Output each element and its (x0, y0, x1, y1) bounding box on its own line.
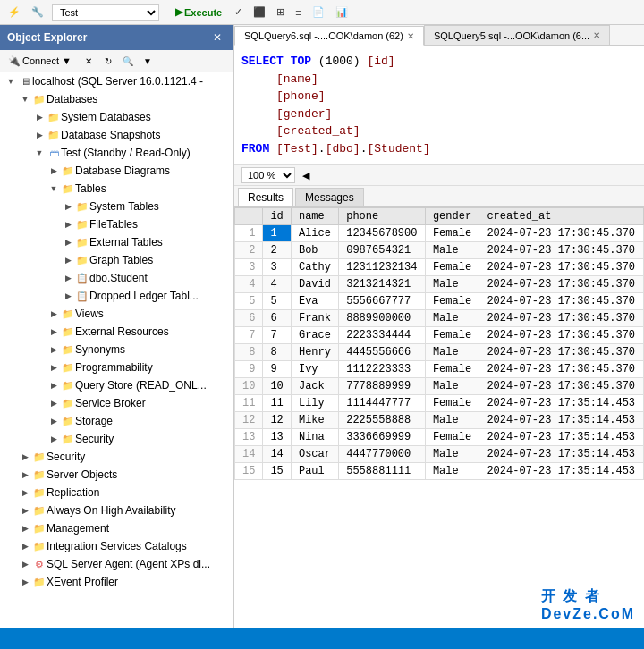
filter-btn[interactable]: 🔍 (119, 52, 137, 70)
expander-security[interactable]: ▶ (18, 450, 32, 464)
tree-item-views[interactable]: ▶📁Views (0, 305, 233, 323)
expander-security-db[interactable]: ▶ (47, 432, 61, 446)
tree-item-programmability[interactable]: ▶📁Programmability (0, 358, 233, 376)
zoom-selector[interactable]: 100 % (242, 167, 295, 183)
expander-xevent-profiler[interactable]: ▶ (18, 575, 32, 589)
expander-programmability[interactable]: ▶ (47, 360, 61, 375)
tree-item-file-tables[interactable]: ▶📁FileTables (0, 215, 233, 233)
table-row[interactable]: 55Eva5556667777Female2024-07-23 17:30:45… (235, 293, 644, 310)
expander-sql-agent[interactable]: ▶ (18, 557, 32, 571)
expander-file-tables[interactable]: ▶ (61, 217, 75, 232)
expander-dbo-student[interactable]: ▶ (61, 271, 75, 285)
tree-item-tables[interactable]: ▼📁Tables (0, 180, 233, 198)
sql-editor[interactable]: SELECT TOP (1000) [id] [name] [phone] [g… (234, 46, 644, 165)
tree-item-security[interactable]: ▶📁Security (0, 448, 233, 466)
table-row[interactable]: 1414Oscar4447770000Male2024-07-23 17:35:… (235, 446, 644, 463)
table-row[interactable]: 1313Nina3336669999Female2024-07-23 17:35… (235, 429, 644, 446)
expander-query-store[interactable]: ▶ (47, 378, 61, 392)
tree-item-service-broker[interactable]: ▶📁Service Broker (0, 394, 233, 412)
tree-item-integration-services[interactable]: ▶📁Integration Services Catalogs (0, 537, 233, 555)
tree-item-db-diagrams[interactable]: ▶📁Database Diagrams (0, 162, 233, 180)
tree-item-management[interactable]: ▶📁Management (0, 519, 233, 537)
expander-graph-tables[interactable]: ▶ (61, 253, 75, 267)
tree-item-external-tables[interactable]: ▶📁External Tables (0, 233, 233, 251)
expander-replication[interactable]: ▶ (18, 485, 32, 500)
tree-item-query-store[interactable]: ▶📁Query Store (READ_ONL... (0, 376, 233, 394)
expander-databases[interactable]: ▼ (18, 92, 32, 106)
expander-management[interactable]: ▶ (18, 521, 32, 535)
tab-tab1[interactable]: SQLQuery6.sql -....OOK\damon (62)✕ (234, 26, 424, 46)
expander-server[interactable]: ▼ (4, 74, 18, 88)
expander-db-diagrams[interactable]: ▶ (47, 164, 61, 178)
expander-server-objects[interactable]: ▶ (18, 468, 32, 482)
tree-item-sql-agent[interactable]: ▶⚙SQL Server Agent (Agent XPs di... (0, 555, 233, 573)
stop-btn[interactable]: ⬛ (249, 4, 270, 21)
tree-item-xevent-profiler[interactable]: ▶📁XEvent Profiler (0, 573, 233, 591)
table-row[interactable]: 1111Lily1114447777Female2024-07-23 17:35… (235, 395, 644, 412)
expander-synonyms[interactable]: ▶ (47, 342, 61, 357)
tree-item-replication[interactable]: ▶📁Replication (0, 484, 233, 502)
table-row[interactable]: 33Cathy12311232134Female2024-07-23 17:30… (235, 259, 644, 276)
tree-item-graph-tables[interactable]: ▶📁Graph Tables (0, 251, 233, 269)
tab-bar: SQLQuery6.sql -....OOK\damon (62)✕SQLQue… (234, 25, 644, 46)
expander-test-db[interactable]: ▼ (32, 146, 47, 160)
tab-close-tab1[interactable]: ✕ (407, 31, 414, 41)
tree-item-always-on[interactable]: ▶📁Always On High Availability (0, 502, 233, 519)
text-btn[interactable]: ≡ (291, 4, 305, 21)
tree-item-server[interactable]: ▼🖥localhost (SQL Server 16.0.1121.4 - (0, 72, 233, 90)
refresh-btn[interactable]: ↻ (99, 52, 117, 70)
toolbar-btn-2[interactable]: 🔧 (27, 4, 48, 21)
expander-dropped-ledger[interactable]: ▶ (61, 289, 75, 303)
tree-item-security-db[interactable]: ▶📁Security (0, 430, 233, 448)
expander-storage[interactable]: ▶ (47, 414, 61, 428)
expander-system-tables[interactable]: ▶ (61, 199, 75, 214)
disconnect-btn[interactable]: ✕ (80, 52, 97, 70)
tree-item-storage[interactable]: ▶📁Storage (0, 412, 233, 430)
tree-item-test-db[interactable]: ▼🗃Test (Standby / Read-Only) (0, 144, 233, 162)
table-row[interactable]: 77Grace2223334444Female2024-07-23 17:30:… (235, 327, 644, 344)
expander-views[interactable]: ▶ (47, 307, 61, 321)
toolbar-btn-1[interactable]: ⚡ (4, 4, 25, 21)
tree-item-synonyms[interactable]: ▶📁Synonyms (0, 341, 233, 358)
tree-item-dropped-ledger[interactable]: ▶📋Dropped Ledger Tabl... (0, 287, 233, 305)
table-row[interactable]: 11Alice12345678900Female2024-07-23 17:30… (235, 225, 644, 242)
tree-item-system-tables[interactable]: ▶📁System Tables (0, 198, 233, 215)
checkmark-btn[interactable]: ✓ (230, 4, 247, 21)
label-external-tables: External Tables (89, 236, 230, 249)
tree-item-db-snapshots[interactable]: ▶📁Database Snapshots (0, 126, 233, 144)
tab-close-tab2[interactable]: ✕ (593, 30, 600, 40)
tree-item-external-resources[interactable]: ▶📁External Resources (0, 323, 233, 341)
table-row[interactable]: 66Frank8889900000Male2024-07-23 17:30:45… (235, 310, 644, 327)
expander-integration-services[interactable]: ▶ (18, 539, 32, 553)
results-tab-messages[interactable]: Messages (295, 188, 364, 206)
results-btn[interactable]: 📊 (331, 4, 352, 21)
expander-system-dbs[interactable]: ▶ (32, 110, 47, 124)
oe-close-btn[interactable]: ✕ (208, 29, 226, 46)
execute-button[interactable]: ▶ Execute (171, 4, 226, 21)
grid-btn[interactable]: ⊞ (272, 4, 289, 21)
oe-menu-btn[interactable]: ▼ (139, 52, 157, 70)
expander-service-broker[interactable]: ▶ (47, 396, 61, 410)
file-btn[interactable]: 📄 (308, 4, 329, 21)
tree-item-databases[interactable]: ▼📁Databases (0, 90, 233, 108)
expander-tables[interactable]: ▼ (47, 181, 61, 196)
connect-button[interactable]: 🔌 Connect ▼ (2, 53, 78, 70)
expander-always-on[interactable]: ▶ (18, 503, 32, 518)
tree-item-system-dbs[interactable]: ▶📁System Databases (0, 108, 233, 126)
results-tab-results[interactable]: Results (238, 188, 293, 206)
tree-item-server-objects[interactable]: ▶📁Server Objects (0, 466, 233, 484)
table-row[interactable]: 1212Mike2225558888Male2024-07-23 17:35:1… (235, 412, 644, 429)
expander-db-snapshots[interactable]: ▶ (32, 128, 47, 142)
tab-tab2[interactable]: SQLQuery5.sql -...OOK\damon (6...✕ (424, 25, 610, 45)
table-row[interactable]: 22Bob0987654321Male2024-07-23 17:30:45.3… (235, 242, 644, 259)
table-row[interactable]: 88Henry4445556666Male2024-07-23 17:30:45… (235, 344, 644, 361)
expander-external-tables[interactable]: ▶ (61, 235, 75, 249)
table-row[interactable]: 99Ivy1112223333Female2024-07-23 17:30:45… (235, 361, 644, 378)
table-row[interactable]: 1515Paul5558881111Male2024-07-23 17:35:1… (235, 463, 644, 480)
tree-item-dbo-student[interactable]: ▶📋dbo.Student (0, 269, 233, 287)
results-table-container[interactable]: idnamephonegendercreated_at11Alice123456… (234, 207, 644, 628)
table-row[interactable]: 1010Jack7778889999Male2024-07-23 17:30:4… (235, 378, 644, 395)
expander-external-resources[interactable]: ▶ (47, 324, 61, 339)
table-row[interactable]: 44David3213214321Male2024-07-23 17:30:45… (235, 276, 644, 293)
database-selector[interactable]: Test (52, 4, 159, 21)
